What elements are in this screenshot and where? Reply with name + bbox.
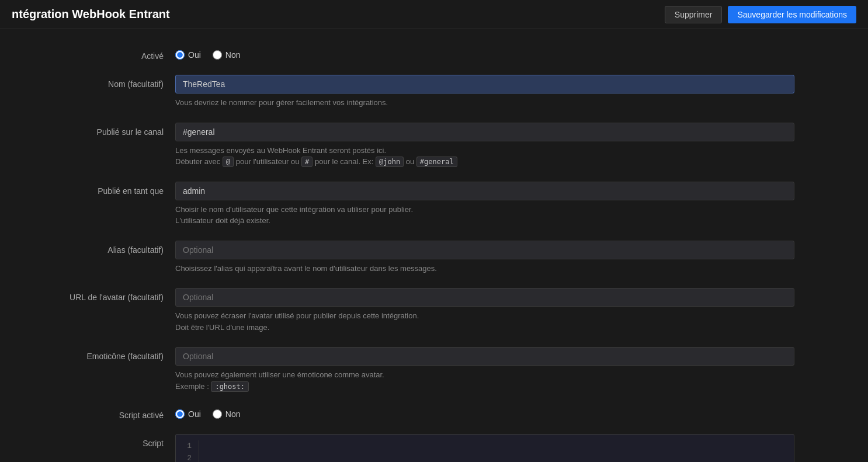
script-active-radio-group: Oui Non <box>175 406 794 419</box>
script-oui-radio[interactable] <box>175 409 185 419</box>
general-code: #general <box>416 157 457 167</box>
emoticone-label: Emoticône (facultatif) <box>23 347 175 361</box>
channel-input[interactable] <box>175 123 794 141</box>
save-button[interactable]: Sauvegarder les modifications <box>728 6 856 23</box>
posted-as-hint2: L'utilisateur doit déjà exister. <box>175 216 270 225</box>
alias-hint: Choisissez l'alias qui apparaîtra avant … <box>175 263 794 275</box>
at-code: @ <box>223 157 234 167</box>
name-label: Nom (facultatif) <box>23 75 175 89</box>
page-title: ntégration WebHook Entrant <box>12 8 170 21</box>
channel-field: Les messages envoyés au WebHook Entrant … <box>175 123 794 168</box>
active-oui-text: Oui <box>188 50 201 60</box>
john-code: @john <box>376 157 404 167</box>
script-active-label: Script activé <box>23 406 175 420</box>
emoticone-hint2: Exemple : :ghost: <box>175 382 249 391</box>
alias-field: Choisissez l'alias qui apparaîtra avant … <box>175 241 794 275</box>
posted-as-input[interactable] <box>175 182 794 200</box>
script-active-field: Oui Non <box>175 406 794 419</box>
posted-as-hint1: Choisir le nom d'utilisateur que cette i… <box>175 205 413 214</box>
avatar-url-hint2: Doit être l'URL d'une image. <box>175 323 269 332</box>
name-hint: Vous devriez le nommer pour gérer facile… <box>175 97 794 109</box>
script-lines: 1 2 const require = console.log.construc… <box>176 435 794 462</box>
alias-input[interactable] <box>175 241 794 259</box>
channel-label: Publié sur le canal <box>23 123 175 137</box>
active-non-label[interactable]: Non <box>213 50 241 60</box>
active-label: Activé <box>23 47 175 61</box>
avatar-url-field: Vous pouvez écraser l'avatar utilisé pou… <box>175 288 794 333</box>
script-oui-label[interactable]: Oui <box>175 409 201 419</box>
posted-as-hint: Choisir le nom d'utilisateur que cette i… <box>175 204 794 227</box>
line-num-1: 1 <box>183 440 192 453</box>
active-oui-radio[interactable] <box>175 50 185 60</box>
script-active-row: Script activé Oui Non <box>23 406 794 420</box>
script-oui-text: Oui <box>188 409 201 419</box>
active-row: Activé Oui Non <box>23 47 794 61</box>
channel-hint2: Débuter avec @ pour l'utilisateur ou # p… <box>175 157 457 166</box>
posted-as-row: Publié en tant que Choisir le nom d'util… <box>23 182 794 227</box>
avatar-url-hint: Vous pouvez écraser l'avatar utilisé pou… <box>175 310 794 333</box>
script-non-label[interactable]: Non <box>213 409 241 419</box>
line-numbers: 1 2 <box>176 440 199 462</box>
ghost-code: :ghost: <box>211 381 249 392</box>
posted-as-field: Choisir le nom d'utilisateur que cette i… <box>175 182 794 227</box>
emoticone-hint: Vous pouvez également utiliser une émoti… <box>175 369 794 392</box>
hash-code: # <box>301 157 313 167</box>
avatar-url-label: URL de l'avatar (facultatif) <box>23 288 175 302</box>
name-input[interactable] <box>175 75 794 93</box>
active-non-text: Non <box>225 50 241 60</box>
avatar-url-hint1: Vous pouvez écraser l'avatar utilisé pou… <box>175 311 419 320</box>
avatar-url-row: URL de l'avatar (facultatif) Vous pouvez… <box>23 288 794 333</box>
top-actions: Supprimer Sauvegarder les modifications <box>665 6 856 23</box>
name-field: Vous devriez le nommer pour gérer facile… <box>175 75 794 109</box>
alias-row: Alias (facultatif) Choisissez l'alias qu… <box>23 241 794 275</box>
top-bar: ntégration WebHook Entrant Supprimer Sau… <box>0 0 868 29</box>
script-row: Script 1 2 const require = console.log.c… <box>23 434 794 462</box>
channel-hint1: Les messages envoyés au WebHook Entrant … <box>175 146 386 155</box>
alias-label: Alias (facultatif) <box>23 241 175 255</box>
script-content: const require = console.log.constructor(… <box>199 440 607 462</box>
active-non-radio[interactable] <box>213 50 222 60</box>
script-non-text: Non <box>225 409 241 419</box>
script-non-radio[interactable] <box>213 409 222 419</box>
name-row: Nom (facultatif) Vous devriez le nommer … <box>23 75 794 109</box>
active-oui-label[interactable]: Oui <box>175 50 201 60</box>
active-field: Oui Non <box>175 47 794 60</box>
active-radio-group: Oui Non <box>175 47 794 60</box>
delete-button[interactable]: Supprimer <box>665 6 723 23</box>
emoticone-row: Emoticône (facultatif) Vous pouvez égale… <box>23 347 794 392</box>
line-num-2: 2 <box>183 453 192 462</box>
script-label: Script <box>23 434 175 448</box>
emoticone-hint1: Vous pouvez également utiliser une émoti… <box>175 370 384 379</box>
posted-as-label: Publié en tant que <box>23 182 175 196</box>
script-field: 1 2 const require = console.log.construc… <box>175 434 794 462</box>
emoticone-input[interactable] <box>175 347 794 366</box>
avatar-url-input[interactable] <box>175 288 794 307</box>
channel-hint: Les messages envoyés au WebHook Entrant … <box>175 145 794 168</box>
script-editor[interactable]: 1 2 const require = console.log.construc… <box>175 434 794 462</box>
channel-row: Publié sur le canal Les messages envoyés… <box>23 123 794 168</box>
emoticone-field: Vous pouvez également utiliser une émoti… <box>175 347 794 392</box>
form-container: Activé Oui Non Nom (facultatif) Vous dev… <box>0 29 818 462</box>
